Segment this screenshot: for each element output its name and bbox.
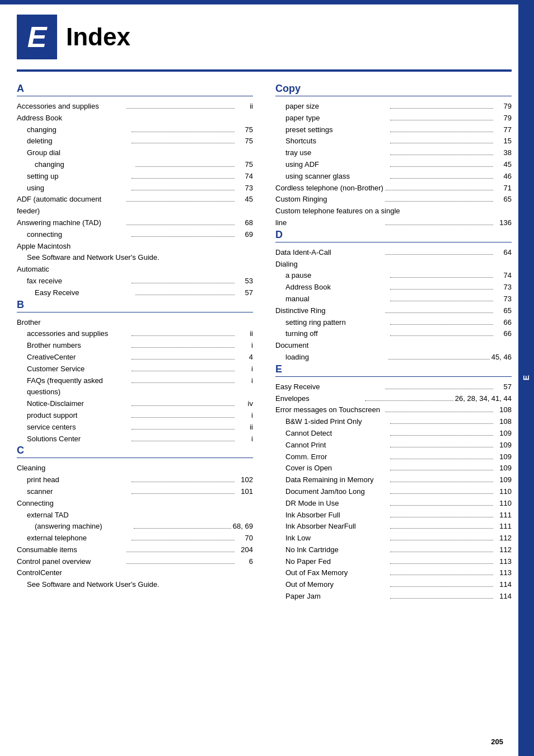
list-item: external TAD [17,510,253,521]
list-item: Notice-Disclaimeriv [17,398,253,410]
section-header: E [275,363,512,377]
list-item: Envelopes26, 28, 34, 41, 44 [275,393,512,405]
sidebar-letter: E [522,375,531,380]
list-item: Custom telephone features on a single [275,206,512,217]
list-item: Error messages on Touchscreen108 [275,404,512,416]
list-item: Cannot Detect109 [275,428,512,440]
index-section-D: DData Ident-A-Call64Dialinga pause74Addr… [275,229,512,363]
section-header: C [17,445,253,458]
list-item: Out of Fax Memory113 [275,567,512,579]
list-item: Data Remaining in Memory109 [275,474,512,486]
list-item: turning off66 [275,328,512,340]
list-item: scanner101 [17,486,253,498]
list-item: Group dial [17,147,253,159]
list-item: line136 [275,217,512,229]
list-item: loading45, 46 [275,352,512,363]
list-item: Brother [17,317,253,329]
page-title: Index [66,23,130,51]
list-item: Dialing [275,259,512,270]
list-item: Brother numbersi [17,340,253,352]
list-item: connecting69 [17,229,253,241]
list-item: preset settings77 [275,124,512,136]
left-column: AAccessories and suppliesiiAddress Bookc… [17,83,253,603]
list-item: accessories and suppliesii [17,328,253,340]
list-item: using ADF45 [275,159,512,171]
list-item: Accessories and suppliesii [17,101,253,113]
index-section-A: AAccessories and suppliesiiAddress Bookc… [17,83,253,299]
list-item: Ink Absorber Full111 [275,510,512,521]
list-item: Consumable items204 [17,544,253,556]
list-item: deleting75 [17,136,253,147]
list-item: Customer Servicei [17,363,253,375]
list-item: See Software and Network User's Guide. [17,579,253,591]
index-section-E: EEasy Receive57Envelopes26, 28, 34, 41, … [275,363,512,603]
list-item: Cleaning [17,463,253,474]
section-header: B [17,299,253,312]
section-header: Copy [275,83,512,96]
list-item: ADF (automatic document feeder)45 [17,194,253,217]
list-item: Cover is Open109 [275,463,512,474]
list-item: DR Mode in Use110 [275,498,512,510]
list-item: Control panel overview6 [17,556,253,568]
list-item: Custom Ringing65 [275,194,512,206]
list-item: FAQs (frequently asked questions)i [17,375,253,399]
list-item: Easy Receive57 [17,287,253,299]
list-item: Cordless telephone (non-Brother)71 [275,183,512,194]
list-item: service centersii [17,422,253,433]
list-item: fax receive53 [17,276,253,287]
list-item: tray use38 [275,147,512,159]
list-item: Data Ident-A-Call64 [275,247,512,259]
section-header: A [17,83,253,96]
section-header: D [275,229,512,242]
list-item: Paper Jam114 [275,591,512,603]
list-item: CreativeCenter4 [17,352,253,363]
index-section-Copy: Copypaper size79paper type79preset setti… [275,83,512,229]
list-item: using73 [17,183,253,194]
page-number: 205 [491,738,503,746]
list-item: Connecting [17,498,253,510]
list-item: Comm. Error109 [275,451,512,463]
list-item: using scanner glass46 [275,171,512,183]
list-item: paper type79 [275,113,512,124]
list-item: Ink Absorber NearFull111 [275,521,512,533]
list-item: Easy Receive57 [275,381,512,393]
main-content: AAccessories and suppliesiiAddress Bookc… [0,72,534,614]
list-item: Ink Low112 [275,533,512,544]
list-item: Document Jam/too Long110 [275,486,512,498]
list-item: setting ring pattern66 [275,317,512,329]
list-item: See Software and Network User's Guide. [17,252,253,264]
list-item: manual73 [275,293,512,305]
list-item: changing75 [17,159,253,171]
list-item: Solutions Centeri [17,433,253,445]
list-item: Address Book [17,113,253,124]
list-item: paper size79 [275,101,512,113]
list-item: a pause74 [275,270,512,282]
list-item: No Ink Cartridge112 [275,544,512,556]
list-item: external telephone70 [17,533,253,544]
list-item: Automatic [17,264,253,276]
list-item: Distinctive Ring65 [275,305,512,317]
list-item: Document [275,340,512,352]
list-item: Answering machine (TAD)68 [17,217,253,229]
list-item: Cannot Print109 [275,440,512,451]
section-letter-box: E [17,15,57,59]
list-item: No Paper Fed113 [275,556,512,568]
list-item: Shortcuts15 [275,136,512,147]
right-sidebar: E [518,0,534,756]
page-header: E Index [0,4,534,69]
list-item: print head102 [17,474,253,486]
list-item: ControlCenter [17,567,253,579]
list-item: B&W 1-sided Print Only108 [275,416,512,428]
list-item: changing75 [17,124,253,136]
list-item: product supporti [17,410,253,422]
list-item: setting up74 [17,171,253,183]
index-section-C: CCleaningprint head102scanner101Connecti… [17,445,253,591]
index-section-B: BBrotheraccessories and suppliesiiBrothe… [17,299,253,445]
top-bar [0,0,534,4]
list-item: Apple Macintosh [17,241,253,253]
list-item: Out of Memory114 [275,579,512,591]
right-column: Copypaper size79paper type79preset setti… [275,83,512,603]
list-item: (answering machine)68, 69 [17,521,253,533]
list-item: Address Book73 [275,282,512,293]
